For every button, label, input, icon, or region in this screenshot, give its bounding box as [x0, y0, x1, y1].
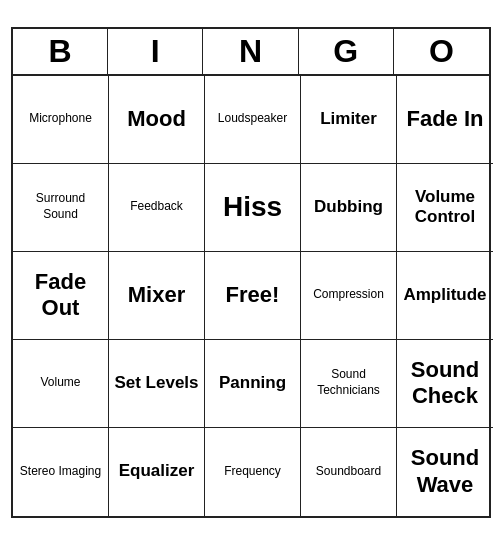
bingo-cell-14: Amplitude	[397, 252, 493, 340]
bingo-cell-3: Limiter	[301, 76, 397, 164]
cell-text-8: Dubbing	[314, 197, 383, 217]
bingo-letter-g: G	[299, 29, 394, 74]
cell-text-9: Volume Control	[401, 187, 489, 228]
bingo-cell-15: Volume	[13, 340, 109, 428]
cell-text-21: Equalizer	[119, 461, 195, 481]
bingo-cell-11: Mixer	[109, 252, 205, 340]
cell-text-24: Sound Wave	[401, 445, 489, 498]
bingo-cell-22: Frequency	[205, 428, 301, 516]
cell-text-22: Frequency	[224, 464, 281, 480]
cell-text-7: Hiss	[223, 192, 282, 223]
bingo-cell-17: Panning	[205, 340, 301, 428]
cell-text-10: Fade Out	[17, 269, 104, 322]
bingo-cell-24: Sound Wave	[397, 428, 493, 516]
bingo-cell-13: Compression	[301, 252, 397, 340]
cell-text-2: Loudspeaker	[218, 111, 287, 127]
cell-text-18: Sound Technicians	[305, 367, 392, 398]
bingo-cell-9: Volume Control	[397, 164, 493, 252]
bingo-cell-16: Set Levels	[109, 340, 205, 428]
bingo-cell-12: Free!	[205, 252, 301, 340]
bingo-letter-o: O	[394, 29, 489, 74]
cell-text-13: Compression	[313, 287, 384, 303]
bingo-cell-21: Equalizer	[109, 428, 205, 516]
bingo-cell-20: Stereo Imaging	[13, 428, 109, 516]
bingo-cell-19: Sound Check	[397, 340, 493, 428]
cell-text-3: Limiter	[320, 109, 377, 129]
cell-text-4: Fade In	[406, 106, 483, 132]
bingo-letter-i: I	[108, 29, 203, 74]
cell-text-6: Feedback	[130, 199, 183, 215]
cell-text-15: Volume	[40, 375, 80, 391]
bingo-cell-23: Soundboard	[301, 428, 397, 516]
bingo-cell-4: Fade In	[397, 76, 493, 164]
bingo-cell-10: Fade Out	[13, 252, 109, 340]
bingo-grid: MicrophoneMoodLoudspeakerLimiterFade InS…	[13, 76, 489, 516]
cell-text-14: Amplitude	[403, 285, 486, 305]
bingo-cell-18: Sound Technicians	[301, 340, 397, 428]
bingo-header: BINGO	[13, 29, 489, 76]
cell-text-19: Sound Check	[401, 357, 489, 410]
cell-text-11: Mixer	[128, 282, 185, 308]
bingo-letter-n: N	[203, 29, 298, 74]
cell-text-23: Soundboard	[316, 464, 381, 480]
cell-text-0: Microphone	[29, 111, 92, 127]
cell-text-1: Mood	[127, 106, 186, 132]
bingo-letter-b: B	[13, 29, 108, 74]
bingo-cell-5: Surround Sound	[13, 164, 109, 252]
cell-text-16: Set Levels	[114, 373, 198, 393]
cell-text-17: Panning	[219, 373, 286, 393]
bingo-cell-6: Feedback	[109, 164, 205, 252]
bingo-cell-1: Mood	[109, 76, 205, 164]
bingo-card: BINGO MicrophoneMoodLoudspeakerLimiterFa…	[11, 27, 491, 518]
bingo-cell-7: Hiss	[205, 164, 301, 252]
cell-text-5: Surround Sound	[17, 191, 104, 222]
cell-text-12: Free!	[226, 282, 280, 308]
cell-text-20: Stereo Imaging	[20, 464, 101, 480]
bingo-cell-2: Loudspeaker	[205, 76, 301, 164]
bingo-cell-8: Dubbing	[301, 164, 397, 252]
bingo-cell-0: Microphone	[13, 76, 109, 164]
